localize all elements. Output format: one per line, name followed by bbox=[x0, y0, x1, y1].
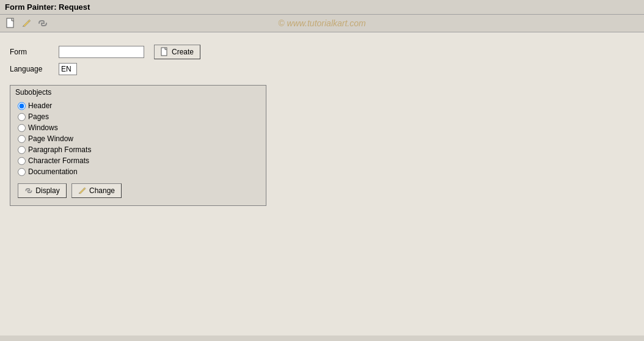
radio-windows-label[interactable]: Windows bbox=[28, 123, 58, 132]
radio-row-pages: Pages bbox=[18, 112, 258, 121]
radio-documentation[interactable] bbox=[18, 168, 26, 176]
create-doc-icon bbox=[161, 47, 169, 57]
radio-row-character-formats: Character Formats bbox=[18, 156, 258, 165]
change-button-label: Change bbox=[89, 186, 115, 195]
change-button[interactable]: Change bbox=[71, 183, 122, 198]
new-document-icon[interactable] bbox=[5, 17, 17, 29]
subobjects-content: Header Pages Windows Page Window Paragra… bbox=[10, 98, 266, 205]
radio-header-label[interactable]: Header bbox=[28, 101, 52, 110]
radio-character-formats-label[interactable]: Character Formats bbox=[28, 156, 89, 165]
form-label: Form bbox=[10, 48, 59, 56]
window-title: Form Painter: Request bbox=[5, 2, 90, 12]
change-pencil-icon bbox=[78, 186, 87, 195]
radio-page-window-label[interactable]: Page Window bbox=[28, 134, 73, 143]
watermark: © www.tutorialkart.com bbox=[278, 18, 365, 28]
radio-page-window[interactable] bbox=[18, 135, 26, 143]
title-bar: Form Painter: Request bbox=[0, 0, 644, 15]
subobjects-title: Subobjects bbox=[10, 86, 266, 98]
main-content: Form Create Language Subobjects Header P… bbox=[0, 32, 644, 336]
display-button-label: Display bbox=[35, 186, 59, 195]
language-field-row: Language bbox=[10, 63, 634, 75]
display-button[interactable]: Display bbox=[18, 183, 67, 198]
radio-header[interactable] bbox=[18, 102, 26, 110]
radio-pages-label[interactable]: Pages bbox=[28, 112, 49, 121]
create-button-label: Create bbox=[172, 48, 194, 56]
toolbar: © www.tutorialkart.com bbox=[0, 15, 644, 32]
edit-pencil-icon[interactable] bbox=[21, 17, 33, 29]
radio-row-paragraph-formats: Paragraph Formats bbox=[18, 145, 258, 154]
radio-paragraph-formats-label[interactable]: Paragraph Formats bbox=[28, 145, 91, 154]
form-field-row: Form Create bbox=[10, 45, 634, 59]
create-button[interactable]: Create bbox=[154, 45, 200, 59]
action-buttons: Display Change bbox=[18, 183, 258, 198]
display-chain-icon bbox=[24, 187, 33, 194]
radio-row-page-window: Page Window bbox=[18, 134, 258, 143]
subobjects-box: Subobjects Header Pages Windows Page Win… bbox=[10, 85, 266, 206]
radio-row-windows: Windows bbox=[18, 123, 258, 132]
radio-windows[interactable] bbox=[18, 124, 26, 132]
chain-link-icon[interactable] bbox=[37, 17, 49, 29]
language-input[interactable] bbox=[59, 63, 77, 75]
radio-paragraph-formats[interactable] bbox=[18, 146, 26, 154]
radio-pages[interactable] bbox=[18, 113, 26, 121]
radio-documentation-label[interactable]: Documentation bbox=[28, 167, 78, 176]
form-input[interactable] bbox=[59, 46, 144, 58]
radio-row-documentation: Documentation bbox=[18, 167, 258, 176]
radio-row-header: Header bbox=[18, 101, 258, 110]
radio-character-formats[interactable] bbox=[18, 157, 26, 165]
language-label: Language bbox=[10, 65, 59, 73]
